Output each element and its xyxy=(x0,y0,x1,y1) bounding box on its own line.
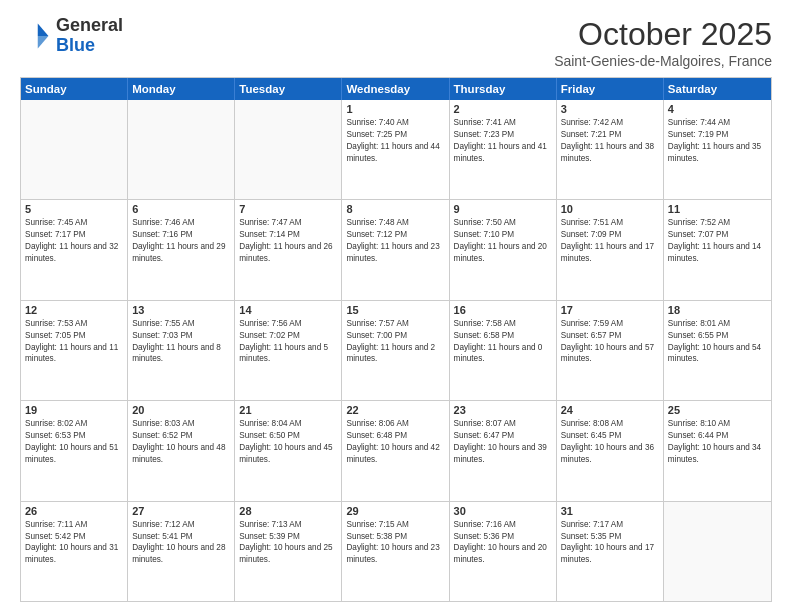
day-number: 3 xyxy=(561,103,659,115)
day-number: 27 xyxy=(132,505,230,517)
day-info: Sunrise: 7:55 AMSunset: 7:03 PMDaylight:… xyxy=(132,318,230,366)
day-cell-empty xyxy=(21,100,128,199)
day-cell-31: 31Sunrise: 7:17 AMSunset: 5:35 PMDayligh… xyxy=(557,502,664,601)
day-cell-14: 14Sunrise: 7:56 AMSunset: 7:02 PMDayligh… xyxy=(235,301,342,400)
day-cell-13: 13Sunrise: 7:55 AMSunset: 7:03 PMDayligh… xyxy=(128,301,235,400)
day-info: Sunrise: 8:08 AMSunset: 6:45 PMDaylight:… xyxy=(561,418,659,466)
day-cell-8: 8Sunrise: 7:48 AMSunset: 7:12 PMDaylight… xyxy=(342,200,449,299)
day-cell-24: 24Sunrise: 8:08 AMSunset: 6:45 PMDayligh… xyxy=(557,401,664,500)
calendar-body: 1Sunrise: 7:40 AMSunset: 7:25 PMDaylight… xyxy=(21,100,771,601)
day-info: Sunrise: 7:59 AMSunset: 6:57 PMDaylight:… xyxy=(561,318,659,366)
week-row-4: 19Sunrise: 8:02 AMSunset: 6:53 PMDayligh… xyxy=(21,400,771,500)
day-cell-9: 9Sunrise: 7:50 AMSunset: 7:10 PMDaylight… xyxy=(450,200,557,299)
logo-icon xyxy=(20,20,52,52)
day-cell-18: 18Sunrise: 8:01 AMSunset: 6:55 PMDayligh… xyxy=(664,301,771,400)
logo-text: General Blue xyxy=(56,16,123,56)
day-info: Sunrise: 7:11 AMSunset: 5:42 PMDaylight:… xyxy=(25,519,123,567)
day-cell-11: 11Sunrise: 7:52 AMSunset: 7:07 PMDayligh… xyxy=(664,200,771,299)
day-header-monday: Monday xyxy=(128,78,235,100)
day-cell-1: 1Sunrise: 7:40 AMSunset: 7:25 PMDaylight… xyxy=(342,100,449,199)
day-cell-25: 25Sunrise: 8:10 AMSunset: 6:44 PMDayligh… xyxy=(664,401,771,500)
day-number: 2 xyxy=(454,103,552,115)
day-cell-empty xyxy=(664,502,771,601)
day-header-sunday: Sunday xyxy=(21,78,128,100)
day-info: Sunrise: 8:10 AMSunset: 6:44 PMDaylight:… xyxy=(668,418,767,466)
day-number: 17 xyxy=(561,304,659,316)
page: General Blue October 2025 Saint-Genies-d… xyxy=(0,0,792,612)
day-info: Sunrise: 7:56 AMSunset: 7:02 PMDaylight:… xyxy=(239,318,337,366)
calendar: SundayMondayTuesdayWednesdayThursdayFrid… xyxy=(20,77,772,602)
day-info: Sunrise: 8:06 AMSunset: 6:48 PMDaylight:… xyxy=(346,418,444,466)
day-cell-empty xyxy=(235,100,342,199)
day-header-tuesday: Tuesday xyxy=(235,78,342,100)
day-number: 15 xyxy=(346,304,444,316)
week-row-3: 12Sunrise: 7:53 AMSunset: 7:05 PMDayligh… xyxy=(21,300,771,400)
day-cell-21: 21Sunrise: 8:04 AMSunset: 6:50 PMDayligh… xyxy=(235,401,342,500)
day-cell-28: 28Sunrise: 7:13 AMSunset: 5:39 PMDayligh… xyxy=(235,502,342,601)
day-number: 29 xyxy=(346,505,444,517)
day-info: Sunrise: 7:58 AMSunset: 6:58 PMDaylight:… xyxy=(454,318,552,366)
location-title: Saint-Genies-de-Malgoires, France xyxy=(554,53,772,69)
day-info: Sunrise: 8:01 AMSunset: 6:55 PMDaylight:… xyxy=(668,318,767,366)
day-cell-26: 26Sunrise: 7:11 AMSunset: 5:42 PMDayligh… xyxy=(21,502,128,601)
day-header-friday: Friday xyxy=(557,78,664,100)
svg-marker-1 xyxy=(38,36,49,48)
day-number: 16 xyxy=(454,304,552,316)
day-cell-29: 29Sunrise: 7:15 AMSunset: 5:38 PMDayligh… xyxy=(342,502,449,601)
day-number: 13 xyxy=(132,304,230,316)
day-header-saturday: Saturday xyxy=(664,78,771,100)
logo-blue: Blue xyxy=(56,35,95,55)
week-row-5: 26Sunrise: 7:11 AMSunset: 5:42 PMDayligh… xyxy=(21,501,771,601)
day-cell-2: 2Sunrise: 7:41 AMSunset: 7:23 PMDaylight… xyxy=(450,100,557,199)
day-info: Sunrise: 8:07 AMSunset: 6:47 PMDaylight:… xyxy=(454,418,552,466)
day-number: 21 xyxy=(239,404,337,416)
week-row-2: 5Sunrise: 7:45 AMSunset: 7:17 PMDaylight… xyxy=(21,199,771,299)
day-info: Sunrise: 7:46 AMSunset: 7:16 PMDaylight:… xyxy=(132,217,230,265)
day-info: Sunrise: 8:03 AMSunset: 6:52 PMDaylight:… xyxy=(132,418,230,466)
header: General Blue October 2025 Saint-Genies-d… xyxy=(20,16,772,69)
svg-marker-0 xyxy=(38,23,49,35)
day-number: 20 xyxy=(132,404,230,416)
day-info: Sunrise: 7:53 AMSunset: 7:05 PMDaylight:… xyxy=(25,318,123,366)
day-info: Sunrise: 7:48 AMSunset: 7:12 PMDaylight:… xyxy=(346,217,444,265)
day-cell-7: 7Sunrise: 7:47 AMSunset: 7:14 PMDaylight… xyxy=(235,200,342,299)
day-cell-15: 15Sunrise: 7:57 AMSunset: 7:00 PMDayligh… xyxy=(342,301,449,400)
title-block: October 2025 Saint-Genies-de-Malgoires, … xyxy=(554,16,772,69)
day-info: Sunrise: 7:47 AMSunset: 7:14 PMDaylight:… xyxy=(239,217,337,265)
day-cell-22: 22Sunrise: 8:06 AMSunset: 6:48 PMDayligh… xyxy=(342,401,449,500)
day-cell-6: 6Sunrise: 7:46 AMSunset: 7:16 PMDaylight… xyxy=(128,200,235,299)
calendar-header-row: SundayMondayTuesdayWednesdayThursdayFrid… xyxy=(21,78,771,100)
day-header-thursday: Thursday xyxy=(450,78,557,100)
day-info: Sunrise: 7:15 AMSunset: 5:38 PMDaylight:… xyxy=(346,519,444,567)
day-cell-12: 12Sunrise: 7:53 AMSunset: 7:05 PMDayligh… xyxy=(21,301,128,400)
day-header-wednesday: Wednesday xyxy=(342,78,449,100)
day-number: 1 xyxy=(346,103,444,115)
logo-general: General xyxy=(56,15,123,35)
day-number: 31 xyxy=(561,505,659,517)
day-info: Sunrise: 7:13 AMSunset: 5:39 PMDaylight:… xyxy=(239,519,337,567)
day-number: 5 xyxy=(25,203,123,215)
day-number: 23 xyxy=(454,404,552,416)
day-info: Sunrise: 7:17 AMSunset: 5:35 PMDaylight:… xyxy=(561,519,659,567)
day-info: Sunrise: 7:57 AMSunset: 7:00 PMDaylight:… xyxy=(346,318,444,366)
day-number: 22 xyxy=(346,404,444,416)
day-cell-19: 19Sunrise: 8:02 AMSunset: 6:53 PMDayligh… xyxy=(21,401,128,500)
day-info: Sunrise: 7:41 AMSunset: 7:23 PMDaylight:… xyxy=(454,117,552,165)
day-cell-10: 10Sunrise: 7:51 AMSunset: 7:09 PMDayligh… xyxy=(557,200,664,299)
day-info: Sunrise: 8:02 AMSunset: 6:53 PMDaylight:… xyxy=(25,418,123,466)
day-cell-23: 23Sunrise: 8:07 AMSunset: 6:47 PMDayligh… xyxy=(450,401,557,500)
day-info: Sunrise: 7:44 AMSunset: 7:19 PMDaylight:… xyxy=(668,117,767,165)
day-number: 18 xyxy=(668,304,767,316)
day-number: 6 xyxy=(132,203,230,215)
month-title: October 2025 xyxy=(554,16,772,53)
day-number: 19 xyxy=(25,404,123,416)
day-info: Sunrise: 8:04 AMSunset: 6:50 PMDaylight:… xyxy=(239,418,337,466)
day-cell-16: 16Sunrise: 7:58 AMSunset: 6:58 PMDayligh… xyxy=(450,301,557,400)
day-info: Sunrise: 7:45 AMSunset: 7:17 PMDaylight:… xyxy=(25,217,123,265)
day-cell-3: 3Sunrise: 7:42 AMSunset: 7:21 PMDaylight… xyxy=(557,100,664,199)
day-cell-5: 5Sunrise: 7:45 AMSunset: 7:17 PMDaylight… xyxy=(21,200,128,299)
day-number: 4 xyxy=(668,103,767,115)
day-number: 10 xyxy=(561,203,659,215)
day-number: 24 xyxy=(561,404,659,416)
day-cell-30: 30Sunrise: 7:16 AMSunset: 5:36 PMDayligh… xyxy=(450,502,557,601)
